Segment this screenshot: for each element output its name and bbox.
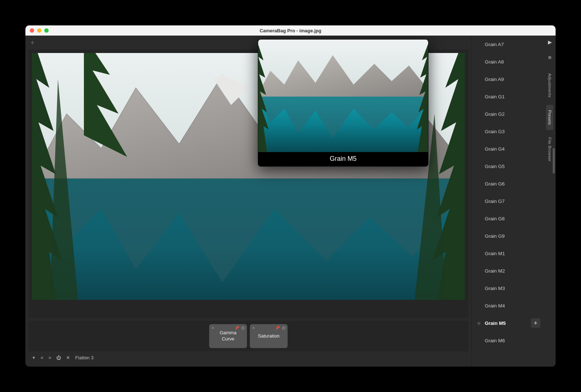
close-icon[interactable]: ✕ — [252, 326, 255, 330]
close-icon[interactable]: ✕ — [211, 326, 214, 330]
filter-chip-saturation[interactable]: ✕ 📌 ⏻ Saturation — [250, 324, 288, 348]
close-window-button[interactable] — [30, 28, 34, 33]
preset-item[interactable]: Grain M6 — [472, 332, 544, 349]
tab-file-browser[interactable]: File Browser — [546, 132, 553, 167]
app-window: CameraBag Pro - image.jpg + — [25, 25, 556, 367]
menu-icon[interactable]: ≡ — [548, 54, 551, 61]
preset-item[interactable]: Grain G2 — [472, 105, 544, 123]
preset-item[interactable]: Grain G8 — [472, 210, 544, 227]
preset-item[interactable]: Grain G9 — [472, 227, 544, 245]
add-preset-button[interactable]: + — [531, 318, 540, 328]
flatten-label: Flatten 3 — [75, 355, 94, 360]
window-title: CameraBag Pro - image.jpg — [25, 28, 556, 33]
filter-chip-gamma-curve[interactable]: ✕ 📌 ⏻ Gamma Curve — [209, 324, 247, 348]
collapse-icon[interactable]: ▼ — [32, 356, 36, 360]
play-icon[interactable]: ▶ — [548, 39, 552, 45]
filter-chip-label: Saturation — [258, 333, 279, 339]
preset-item[interactable]: Grain G1 — [472, 88, 544, 105]
titlebar: CameraBag Pro - image.jpg — [25, 25, 556, 36]
traffic-lights — [25, 28, 49, 33]
next-icon[interactable]: > — [49, 355, 52, 360]
main-area: + — [25, 36, 471, 367]
preset-item[interactable]: Grain M5+ — [472, 314, 544, 332]
power-icon[interactable]: ⏻ — [241, 326, 245, 330]
preset-preview-label: Grain M5 — [258, 152, 428, 166]
preset-item[interactable]: Grain G7 — [472, 192, 544, 210]
preset-item[interactable]: Grain G4 — [472, 140, 544, 158]
scrollbar-thumb[interactable] — [553, 148, 555, 173]
preset-item[interactable]: Grain G3 — [472, 123, 544, 140]
preset-item[interactable]: Grain G5 — [472, 158, 544, 175]
filter-chip-label: Gamma Curve — [220, 330, 236, 342]
zoom-window-button[interactable] — [44, 28, 49, 33]
minimize-window-button[interactable] — [37, 28, 41, 33]
preset-preview-image — [258, 40, 428, 152]
preset-panel: Grain A7Grain A8Grain A9Grain G1Grain G2… — [471, 36, 544, 367]
sidebar-tabs: ▶ ≡ Adjustments Presets File Browser — [544, 36, 556, 367]
preset-preview-popover: Grain M5 — [258, 39, 428, 167]
close-icon[interactable]: ✕ — [66, 355, 70, 360]
pin-icon[interactable]: 📌 — [275, 326, 280, 330]
preset-item[interactable]: Grain M4 — [472, 297, 544, 314]
preset-item[interactable]: Grain M2 — [472, 262, 544, 279]
pin-icon[interactable]: 📌 — [235, 326, 239, 330]
preset-item[interactable]: Grain M3 — [472, 279, 544, 297]
preset-item[interactable]: Grain A7 — [472, 36, 544, 53]
right-panels: Grain A7Grain A8Grain A9Grain G1Grain G2… — [471, 36, 556, 367]
tab-adjustments[interactable]: Adjustments — [546, 68, 553, 103]
tab-presets[interactable]: Presets — [546, 105, 553, 130]
preset-item[interactable]: Grain A9 — [472, 70, 544, 88]
preset-list[interactable]: Grain A7Grain A8Grain A9Grain G1Grain G2… — [472, 36, 544, 367]
app-body: + — [25, 36, 556, 367]
power-icon[interactable]: ⏻ — [282, 326, 285, 330]
add-tab-button[interactable]: + — [31, 39, 34, 47]
bottom-toolbar: ▼ < > ⏻ ✕ Flatten 3 — [28, 351, 468, 364]
prev-icon[interactable]: < — [41, 355, 44, 360]
preset-item[interactable]: Grain A8 — [472, 53, 544, 70]
power-icon[interactable]: ⏻ — [56, 355, 61, 360]
preset-item[interactable]: Grain G6 — [472, 175, 544, 192]
preset-item[interactable]: Grain M1 — [472, 245, 544, 262]
filter-strip: ✕ 📌 ⏻ Gamma Curve ✕ 📌 ⏻ Saturation — [28, 321, 468, 351]
